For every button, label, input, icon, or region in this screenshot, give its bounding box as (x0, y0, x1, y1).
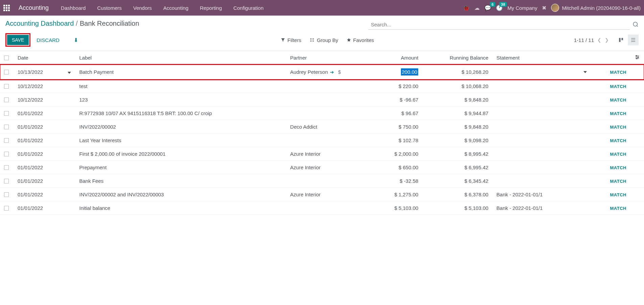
app-name[interactable]: Accounting (19, 4, 49, 12)
table-row[interactable]: 10/12/2022 test $ 220.00 $ 10,068.20 MAT… (0, 80, 644, 93)
header-label[interactable]: Label (75, 51, 286, 65)
bank-reconciliation-table: Date Label Partner Amount Running Balanc… (0, 51, 644, 215)
table-row[interactable]: 10/13/2022 Batch Payment Audrey Peterson… (0, 65, 644, 80)
row-checkbox[interactable] (4, 97, 9, 102)
running-balance-cell: $ 6,345.42 (422, 174, 492, 188)
row-checkbox[interactable] (4, 138, 9, 143)
column-settings-icon[interactable] (635, 55, 640, 61)
action-buttons: SAVE DISCARD ⬇ (5, 33, 81, 47)
match-button[interactable]: MATCH (610, 165, 626, 170)
download-button[interactable]: ⬇ (66, 35, 81, 45)
table-row[interactable]: 01/01/2022 INV/2022/00002 and INV/2022/0… (0, 188, 644, 201)
user-name: Mitchell Admin (20204090-16-0-all) (562, 5, 641, 11)
messages-icon[interactable]: 💬6 (484, 5, 491, 11)
row-checkbox[interactable] (4, 111, 9, 116)
match-button[interactable]: MATCH (610, 84, 626, 89)
row-checkbox[interactable] (4, 84, 9, 89)
running-balance-cell: $ 5,103.00 (422, 201, 492, 215)
header-statement[interactable]: Statement (493, 51, 594, 65)
table-row[interactable]: 01/01/2022 Last Year Interests $ 102.78 … (0, 134, 644, 147)
nav-dashboard[interactable]: Dashboard (58, 4, 88, 12)
statement-cell[interactable]: Bank - 2022-01-01/1 (493, 188, 594, 201)
groupby-button[interactable]: Group By (309, 37, 338, 43)
header-partner[interactable]: Partner (286, 51, 374, 65)
support-icon[interactable]: ☁ (474, 5, 480, 11)
pager-range[interactable]: 1-11 / 11 (574, 37, 594, 43)
match-button[interactable]: MATCH (610, 152, 626, 157)
row-checkbox[interactable] (4, 165, 9, 170)
table-row[interactable]: 01/01/2022 Initial balance $ 5,103.00 $ … (0, 201, 644, 215)
statement-cell[interactable] (493, 80, 594, 93)
search-input[interactable] (368, 20, 630, 30)
user-menu[interactable]: Mitchell Admin (20204090-16-0-all) (551, 4, 641, 12)
apps-icon[interactable] (3, 5, 10, 11)
nav-accounting[interactable]: Accounting (161, 4, 191, 12)
company-name[interactable]: My Company (507, 5, 537, 11)
partner-open-icon[interactable]: ➔ (330, 69, 334, 75)
match-button[interactable]: MATCH (610, 70, 626, 75)
discard-button[interactable]: DISCARD (32, 35, 64, 45)
match-button[interactable]: MATCH (610, 111, 626, 116)
row-expand-icon[interactable] (68, 72, 71, 74)
table-row[interactable]: 01/01/2022 INV/2022/00002 Deco Addict $ … (0, 120, 644, 134)
row-checkbox[interactable] (4, 152, 9, 156)
match-button[interactable]: MATCH (610, 125, 626, 130)
header-running-balance[interactable]: Running Balance (422, 51, 492, 65)
tools-icon[interactable]: ✖ (542, 5, 546, 11)
row-checkbox[interactable] (4, 206, 9, 211)
list-view-button[interactable] (628, 35, 639, 45)
row-checkbox[interactable] (4, 70, 9, 74)
date-cell: 01/01/2022 (14, 147, 64, 161)
amount-cell: $ 1,275.00 (394, 192, 418, 197)
statement-cell[interactable] (493, 120, 594, 134)
label-cell: Prepayment (75, 161, 286, 174)
statement-cell[interactable]: Bank - 2022-01-01/1 (493, 201, 594, 215)
pager-prev[interactable]: ❮ (597, 37, 601, 43)
svg-rect-3 (621, 38, 623, 40)
match-button[interactable]: MATCH (610, 206, 626, 211)
table-row[interactable]: 01/01/2022 R:9772938 10/07 AX 9415116318… (0, 107, 644, 120)
statement-cell[interactable] (493, 161, 594, 174)
breadcrumb-parent[interactable]: Accounting Dashboard (5, 20, 74, 27)
statement-cell[interactable] (493, 65, 594, 80)
amount-cell: $ -96.67 (400, 97, 418, 103)
save-button[interactable]: SAVE (7, 35, 29, 45)
date-cell: 01/01/2022 (14, 120, 64, 134)
row-checkbox[interactable] (4, 192, 9, 197)
debug-icon[interactable]: 🐞 (463, 5, 470, 11)
filters-button[interactable]: Filters (281, 37, 301, 43)
partner-cell: Deco Addict (290, 124, 317, 130)
statement-cell[interactable] (493, 134, 594, 147)
match-button[interactable]: MATCH (610, 192, 626, 197)
statement-cell[interactable] (493, 147, 594, 161)
table-row[interactable]: 10/12/2022 123 $ -96.67 $ 9,848.20 MATCH (0, 93, 644, 107)
activities-icon[interactable]: 🕐38 (496, 5, 503, 11)
table-row[interactable]: 01/01/2022 First $ 2,000.00 of invoice 2… (0, 147, 644, 161)
header-amount[interactable]: Amount (374, 51, 422, 65)
statement-cell[interactable] (493, 174, 594, 188)
favorites-button[interactable]: Favorites (347, 37, 374, 43)
partner-field-editing[interactable]: Audrey Peterson ➔$ (290, 69, 341, 75)
kanban-view-button[interactable] (616, 35, 626, 45)
row-checkbox[interactable] (4, 179, 9, 183)
statement-cell[interactable] (493, 93, 594, 107)
match-button[interactable]: MATCH (610, 97, 626, 103)
search-icon[interactable] (633, 21, 639, 28)
statement-cell[interactable] (493, 107, 594, 120)
amount-cell: $ 2,000.00 (394, 151, 418, 157)
label-cell: Initial balance (75, 201, 286, 215)
select-all-checkbox[interactable] (4, 56, 9, 60)
nav-reporting[interactable]: Reporting (197, 4, 224, 12)
pager-next[interactable]: ❯ (605, 37, 609, 43)
header-date[interactable]: Date (14, 51, 64, 65)
table-row[interactable]: 01/01/2022 Bank Fees $ -32.58 $ 6,345.42… (0, 174, 644, 188)
match-button[interactable]: MATCH (610, 179, 626, 184)
row-checkbox[interactable] (4, 125, 9, 129)
nav-vendors[interactable]: Vendors (130, 4, 154, 12)
statement-dropdown-icon[interactable] (583, 71, 587, 73)
nav-customers[interactable]: Customers (94, 4, 124, 12)
nav-configuration[interactable]: Configuration (231, 4, 266, 12)
table-row[interactable]: 01/01/2022 Prepayment Azure Interior $ 6… (0, 161, 644, 174)
amount-field-editing[interactable]: 200.00 (401, 68, 419, 75)
match-button[interactable]: MATCH (610, 138, 626, 143)
